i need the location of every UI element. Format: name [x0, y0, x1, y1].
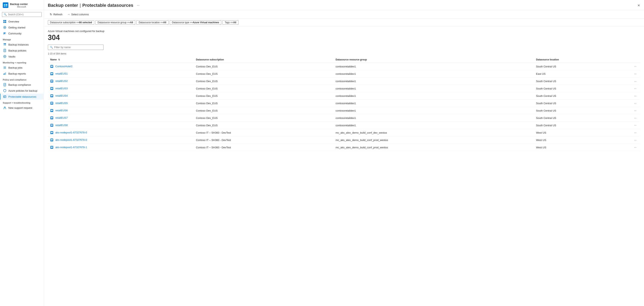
name-filter-box[interactable]: 🔍	[48, 44, 104, 50]
cell-location-10: West US	[534, 136, 630, 144]
cell-subscription-8: Contoso Dev_EUS	[194, 122, 333, 129]
row-name-0[interactable]: ContosoHotel2	[56, 65, 72, 68]
cell-actions-1[interactable]: ···	[630, 70, 640, 78]
filter-chip-location[interactable]: Datasource location == All	[136, 20, 168, 25]
sidebar-search-box[interactable]: 🔍	[2, 12, 42, 17]
filter-type-value: Azure Virtual machines	[192, 21, 219, 24]
col-header-name[interactable]: Name ⇅	[48, 57, 194, 63]
search-input[interactable]	[8, 13, 40, 16]
row-more-options-3[interactable]: ···	[633, 87, 638, 90]
sidebar-item-getting-started[interactable]: Getting started	[0, 24, 44, 30]
svg-rect-34	[51, 66, 53, 67]
row-name-4[interactable]: retailEUS4	[56, 94, 68, 97]
sidebar-item-backup-reports[interactable]: Backup reports	[0, 71, 44, 77]
cell-actions-0[interactable]: ···	[630, 63, 640, 70]
section-support: Support + troubleshooting	[0, 100, 44, 105]
cell-name-8: retailEUS8	[48, 122, 194, 129]
filter-chip-subscription[interactable]: Datasource subscription == 66 selected	[48, 20, 94, 25]
cell-actions-8[interactable]: ···	[630, 122, 640, 129]
cell-actions-11[interactable]: ···	[630, 144, 640, 151]
cell-name-10: aks-nodepool1-67327678-0	[48, 136, 194, 144]
svg-rect-64	[51, 139, 53, 140]
table-row: retailEUS2 Contoso Dev_EUS contosoretail…	[48, 78, 640, 85]
sidebar-item-vaults[interactable]: Vaults	[0, 53, 44, 59]
row-name-5[interactable]: retailEUS5	[56, 102, 68, 105]
sidebar-item-azure-policies[interactable]: Azure policies for backup	[0, 88, 44, 94]
select-columns-button[interactable]: → Select columns	[65, 12, 91, 17]
sidebar-item-protectable-datasources[interactable]: Protectable datasources	[0, 94, 44, 100]
backup-jobs-icon	[3, 66, 6, 69]
row-more-options-7[interactable]: ···	[633, 116, 638, 120]
getting-started-icon	[3, 26, 6, 29]
name-filter-input[interactable]	[54, 46, 102, 49]
svg-rect-4	[6, 6, 7, 7]
filter-chip-tags[interactable]: Tags == All	[222, 20, 238, 25]
svg-rect-2	[6, 4, 7, 5]
filter-resource-group-value: All	[130, 21, 133, 24]
sidebar-item-backup-jobs[interactable]: Backup jobs	[0, 65, 44, 71]
row-name-11[interactable]: aks-nodepool1-67327678-1	[56, 146, 87, 149]
row-name-2[interactable]: retailEUS2	[56, 80, 68, 83]
row-name-6[interactable]: retailEUS6	[56, 109, 68, 112]
row-more-options-0[interactable]: ···	[633, 64, 638, 68]
sidebar-item-backup-compliance[interactable]: Backup compliance	[0, 82, 44, 88]
cell-subscription-11: Contoso IT – SH360 - DevTest	[194, 144, 333, 151]
svg-rect-61	[51, 132, 53, 133]
cell-actions-9[interactable]: ···	[630, 129, 640, 136]
row-name-7[interactable]: retailEUS7	[56, 116, 68, 119]
svg-rect-47	[52, 96, 52, 97]
svg-rect-38	[52, 74, 52, 75]
vm-not-configured-label: Azure Virtual machines not configured fo…	[48, 30, 640, 33]
sidebar-item-overview[interactable]: Overview	[0, 18, 44, 24]
cell-actions-6[interactable]: ···	[630, 107, 640, 114]
cell-actions-10[interactable]: ···	[630, 136, 640, 144]
row-more-options-10[interactable]: ···	[633, 138, 638, 142]
sidebar-nav: Overview Getting started Community Manag…	[0, 18, 44, 306]
svg-rect-67	[51, 147, 53, 148]
row-more-options-1[interactable]: ···	[633, 72, 638, 76]
col-header-resource-group: Datasource resource group	[333, 57, 534, 63]
cell-name-4: retailEUS4	[48, 92, 194, 100]
row-name-10[interactable]: aks-nodepool1-67327678-0	[56, 138, 87, 141]
sidebar-item-community[interactable]: Community	[0, 30, 44, 36]
svg-rect-52	[51, 110, 53, 111]
filter-chip-resource-group[interactable]: Datasource resource group == All	[96, 20, 135, 25]
refresh-label: Refresh	[54, 13, 62, 16]
row-more-options-5[interactable]: ···	[633, 101, 638, 105]
row-name-1[interactable]: retailEUS1	[56, 72, 68, 75]
vm-row-icon-1	[50, 72, 54, 75]
svg-rect-16	[4, 45, 4, 45]
row-name-8[interactable]: retailEUS8	[56, 124, 68, 127]
cell-actions-2[interactable]: ···	[630, 78, 640, 85]
cell-resource-group-6: contosoretaildev1	[333, 107, 534, 114]
cell-actions-5[interactable]: ···	[630, 100, 640, 107]
row-name-3[interactable]: retailEUS3	[56, 87, 68, 90]
filter-subscription-label: Datasource subscription ==	[50, 21, 79, 24]
svg-rect-5	[4, 20, 4, 21]
cell-actions-3[interactable]: ···	[630, 85, 640, 92]
more-options-icon[interactable]: ···	[137, 3, 140, 7]
svg-rect-40	[51, 80, 53, 82]
cell-actions-4[interactable]: ···	[630, 92, 640, 100]
row-more-options-11[interactable]: ···	[633, 145, 638, 149]
select-columns-label: Select columns	[71, 13, 89, 16]
sidebar-item-new-support-request[interactable]: New support request	[0, 105, 44, 111]
row-more-options-4[interactable]: ···	[633, 94, 638, 98]
sidebar-header: Backup center Microsoft	[0, 0, 44, 10]
table-row: ContosoHotel2 Contoso Dev_EUS contosoret…	[48, 63, 640, 70]
filter-location-label: Datasource location ==	[139, 21, 163, 24]
close-icon[interactable]: ✕	[638, 3, 640, 7]
vm-row-icon-8	[50, 124, 54, 127]
row-more-options-2[interactable]: ···	[633, 79, 638, 83]
sidebar-item-backup-instances[interactable]: Backup instances	[0, 41, 44, 47]
sidebar: Backup center Microsoft 🔍 Overview Getti…	[0, 0, 44, 306]
filter-chip-type[interactable]: Datasource type == Azure Virtual machine…	[170, 20, 221, 25]
app-title-row: Backup center Microsoft	[3, 2, 41, 8]
row-more-options-8[interactable]: ···	[633, 123, 638, 127]
refresh-button[interactable]: ↻ Refresh	[48, 12, 64, 17]
cell-actions-7[interactable]: ···	[630, 114, 640, 122]
sidebar-item-backup-policies[interactable]: Backup policies	[0, 47, 44, 53]
row-name-9[interactable]: aks-nodepool1-67327678-0	[56, 131, 87, 134]
row-more-options-9[interactable]: ···	[633, 131, 638, 135]
row-more-options-6[interactable]: ···	[633, 109, 638, 113]
